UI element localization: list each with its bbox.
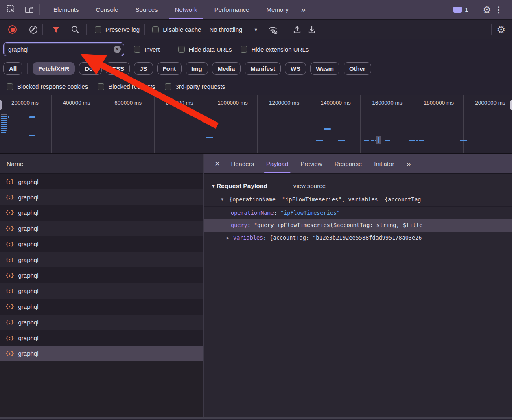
checkbox[interactable]: [7, 83, 13, 90]
request-row-selected[interactable]: {:}graphql: [0, 346, 203, 361]
chip-wasm[interactable]: Wasm: [310, 62, 339, 75]
chip-all[interactable]: All: [3, 62, 22, 75]
kebab-menu-icon[interactable]: ⋮: [491, 5, 506, 15]
clear-filter-icon[interactable]: ✕: [114, 46, 121, 53]
timeline-bar: [29, 135, 35, 136]
chip-js[interactable]: JS: [134, 62, 153, 75]
record-network-log-icon[interactable]: [8, 25, 17, 34]
tab-headers[interactable]: Headers: [225, 154, 260, 173]
hide-data-urls-checkbox[interactable]: Hide data URLs: [178, 46, 232, 53]
request-row[interactable]: {:}graphql: [0, 174, 203, 189]
export-har-icon[interactable]: [307, 25, 316, 34]
device-toolbar-icon[interactable]: [25, 5, 35, 14]
close-details-icon[interactable]: ✕: [210, 154, 225, 173]
chip-media[interactable]: Media: [212, 62, 241, 75]
filter-input[interactable]: [4, 43, 124, 56]
request-row[interactable]: {:}graphql: [0, 205, 203, 221]
request-row[interactable]: {:}graphql: [0, 221, 203, 236]
bottom-edge: [0, 417, 512, 419]
view-source-link[interactable]: view source: [293, 182, 326, 189]
disable-cache-checkbox[interactable]: Disable cache: [152, 26, 201, 33]
expand-triangle-icon[interactable]: ▼: [221, 192, 223, 206]
request-row[interactable]: {:}graphql: [0, 330, 203, 346]
tab-sources[interactable]: Sources: [127, 0, 166, 19]
chevron-down-icon[interactable]: ▼: [254, 27, 258, 32]
chip-fetch-xhr[interactable]: Fetch/XHR: [33, 62, 75, 75]
timeline-bar: [1, 114, 7, 115]
filter-row: ✕ Invert Hide data URLs Hide extension U…: [0, 39, 512, 59]
timeline-left-handle[interactable]: [0, 100, 2, 110]
checkbox[interactable]: [178, 46, 185, 52]
timeline-bars: [0, 95, 512, 153]
hide-extension-urls-checkbox[interactable]: Hide extension URLs: [241, 46, 309, 53]
tab-performance[interactable]: Performance: [206, 0, 258, 19]
timeline-bar: [206, 137, 213, 138]
checkbox[interactable]: [95, 26, 101, 33]
network-conditions-icon[interactable]: [268, 25, 278, 34]
filter-icon[interactable]: [52, 26, 60, 34]
console-drawer-icon[interactable]: [453, 7, 462, 13]
timeline-bar: [324, 128, 331, 130]
tab-elements[interactable]: Elements: [45, 0, 88, 19]
tab-initiator[interactable]: Initiator: [368, 154, 400, 173]
network-overview-timeline[interactable]: 200000 ms 400000 ms 600000 ms 800000 ms …: [0, 95, 512, 154]
timeline-bar: [378, 137, 379, 143]
chip-img[interactable]: Img: [186, 62, 208, 75]
chip-doc[interactable]: Doc: [79, 62, 102, 75]
preserve-log-checkbox[interactable]: Preserve log: [95, 26, 140, 33]
request-row[interactable]: {:}graphql: [0, 189, 203, 205]
request-row[interactable]: {:}graphql: [0, 315, 203, 330]
json-request-icon: {:}: [5, 241, 13, 247]
payload-row-query-selected[interactable]: query: "query ipFlowTimeseries($accountT…: [204, 219, 512, 232]
third-party-requests-checkbox[interactable]: 3rd-party requests: [165, 83, 225, 90]
timeline-bar: [385, 140, 390, 141]
request-payload-section: ▼ Request Payload view source: [204, 179, 512, 192]
import-har-icon[interactable]: [293, 25, 302, 34]
throttling-select[interactable]: No throttling: [209, 26, 242, 33]
checkbox[interactable]: [134, 46, 140, 52]
tab-memory[interactable]: Memory: [258, 0, 297, 19]
tab-network[interactable]: Network: [166, 0, 206, 19]
request-row[interactable]: {:}graphql: [0, 283, 203, 299]
payload-object-preview[interactable]: ▼ {operationName: "ipFlowTimeseries", va…: [204, 192, 512, 206]
clear-network-log-icon[interactable]: [29, 26, 37, 34]
invert-checkbox[interactable]: Invert: [134, 46, 160, 53]
search-icon[interactable]: [71, 25, 80, 34]
json-request-icon: {:}: [5, 350, 13, 357]
json-request-icon: {:}: [5, 194, 13, 200]
timeline-right-handle[interactable]: [510, 100, 512, 110]
expand-triangle-icon[interactable]: ▶: [227, 232, 229, 244]
more-details-tabs-icon[interactable]: »: [400, 154, 416, 173]
checkbox[interactable]: [98, 83, 104, 90]
timeline-bar: [1, 132, 6, 133]
checkbox[interactable]: [165, 83, 171, 90]
payload-row-variables[interactable]: ▶ variables: {accountTag: "b12e3b2192ee5…: [204, 232, 512, 244]
collapse-triangle-icon[interactable]: ▼: [211, 184, 216, 188]
request-row[interactable]: {:}graphql: [0, 299, 203, 314]
checkbox[interactable]: [241, 46, 247, 52]
timeline-bar: [364, 140, 369, 141]
tab-console[interactable]: Console: [88, 0, 127, 19]
settings-gear-icon[interactable]: ⚙: [482, 5, 491, 15]
chip-ws[interactable]: WS: [285, 62, 306, 75]
more-tabs-icon[interactable]: »: [297, 0, 309, 19]
divider: [169, 44, 169, 55]
request-row[interactable]: {:}graphql: [0, 252, 203, 267]
tab-response[interactable]: Response: [328, 154, 368, 173]
chip-other[interactable]: Other: [344, 62, 371, 75]
checkbox[interactable]: [152, 26, 159, 33]
blocked-response-cookies-checkbox[interactable]: Blocked response cookies: [7, 83, 88, 90]
inspect-element-icon[interactable]: [7, 5, 16, 14]
tab-preview[interactable]: Preview: [294, 154, 328, 173]
chip-css[interactable]: CSS: [106, 62, 130, 75]
timeline-bar: [416, 140, 418, 141]
name-column-header[interactable]: Name: [0, 154, 203, 174]
payload-row-operation-name[interactable]: operationName: "ipFlowTimeseries": [204, 206, 512, 219]
request-row[interactable]: {:}graphql: [0, 236, 203, 252]
chip-manifest[interactable]: Manifest: [245, 62, 281, 75]
chip-font[interactable]: Font: [157, 62, 182, 75]
request-row[interactable]: {:}graphql: [0, 267, 203, 283]
blocked-requests-checkbox[interactable]: Blocked requests: [98, 83, 155, 90]
tab-payload[interactable]: Payload: [260, 154, 294, 173]
network-settings-gear-icon[interactable]: ⚙: [497, 25, 505, 35]
